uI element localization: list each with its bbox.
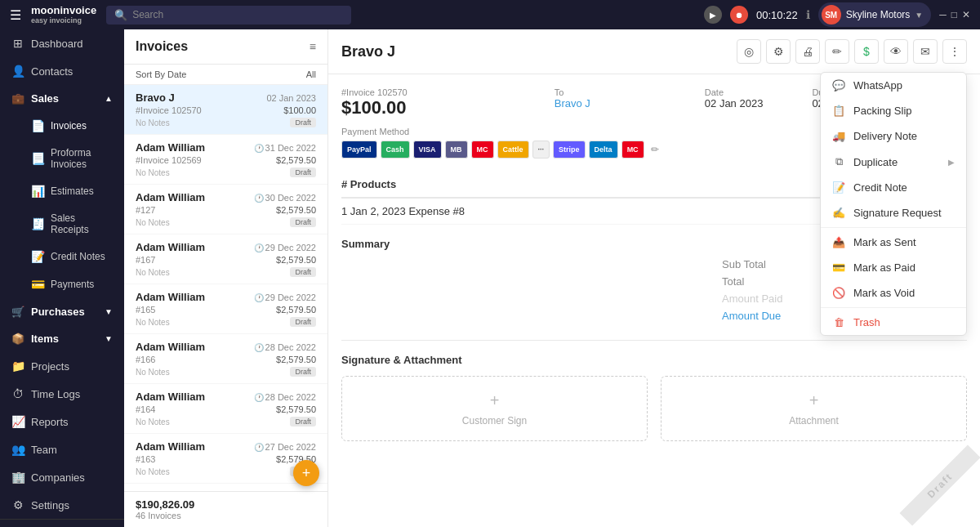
edit-button[interactable]: ✏ (825, 39, 849, 64)
sidebar-item-contacts[interactable]: 👤 Contacts (0, 57, 124, 85)
sidebar-label: Time Logs (31, 388, 80, 400)
mark-paid-icon: 💳 (832, 261, 845, 274)
purchases-icon: 🛒 (11, 306, 24, 318)
invoice-client-name: Adam William (136, 440, 205, 453)
dropdown-mark-paid[interactable]: 💳 Mark as Paid (821, 255, 966, 280)
sidebar-item-team[interactable]: 👥 Team (0, 435, 124, 463)
list-item[interactable]: Adam William 🕐28 Dec 2022 #166 $2,579.50… (124, 334, 327, 384)
invoice-client-name: Adam William (136, 191, 205, 203)
submenu-arrow-icon: ▶ (948, 158, 955, 167)
invoice-date: 🕐29 Dec 2022 (254, 243, 316, 252)
unknown1-badge: ··· (532, 141, 550, 159)
attachment-box[interactable]: + Attachment (661, 376, 967, 441)
search-bar[interactable]: 🔍 (106, 6, 351, 25)
list-item[interactable]: Adam William 🕐29 Dec 2022 #167 $2,579.50… (124, 234, 327, 284)
timelogs-icon: ⏱ (11, 387, 24, 400)
sidebar-item-proforma[interactable]: 📃 Proforma Invoices (23, 140, 124, 177)
sidebar-item-receipts[interactable]: 🧾 Sales Receipts (23, 205, 124, 243)
invoice-notes: No Notes (136, 368, 170, 377)
payments-icon: 💳 (31, 278, 44, 291)
team-icon: 👥 (11, 443, 24, 456)
info-icon[interactable]: ℹ (806, 8, 810, 21)
chevron-up-icon: ▲ (105, 94, 113, 103)
sidebar-item-projects[interactable]: 📁 Projects (0, 352, 124, 380)
sidebar-item-reports[interactable]: 📈 Reports (0, 408, 124, 435)
invoice-amount: $2,579.50 (276, 255, 316, 265)
sidebar-section-items[interactable]: 📦 Items ▼ (0, 325, 124, 352)
sidebar-item-dashboard[interactable]: ⊞ Dashboard (0, 29, 124, 57)
settings-button[interactable]: ⚙ (766, 39, 791, 64)
dropdown-packing-slip[interactable]: 📋 Packing Slip (821, 98, 966, 123)
signature-icon: ✍ (832, 207, 845, 219)
sidebar-item-credit-notes[interactable]: 📝 Credit Notes (23, 243, 124, 270)
minimize-button[interactable]: ─ (939, 9, 947, 20)
user-menu[interactable]: SM Skyline Motors ▼ (818, 2, 932, 27)
close-button[interactable]: ✕ (962, 9, 970, 20)
invoice-amount: $2,579.50 (276, 355, 316, 364)
dropdown-label: Mark as Void (853, 287, 915, 299)
sidebar-item-companies[interactable]: 🏢 Companies (0, 463, 124, 491)
search-input[interactable] (132, 9, 343, 20)
visa-badge: VISA (413, 141, 442, 159)
invoice-client-name: Adam William (136, 341, 205, 353)
stop-button[interactable]: ⏺ (730, 6, 748, 24)
dropdown-whatsapp[interactable]: 💬 WhatsApp (821, 73, 966, 98)
whatsapp-icon: 💬 (832, 79, 845, 92)
payment-button[interactable]: $ (854, 39, 879, 64)
sidebar-bottom: ↻ Sync (0, 519, 124, 527)
invoice-number: #Invoice 102570 (136, 105, 202, 115)
invoice-list-header: Invoices ≡ (124, 29, 327, 65)
eye-button[interactable]: 👁 (884, 39, 908, 64)
dropdown-credit-note[interactable]: 📝 Credit Note (821, 175, 966, 200)
dropdown-divider (821, 227, 966, 228)
sidebar-item-payments[interactable]: 💳 Payments (23, 270, 124, 298)
dropdown-trash[interactable]: 🗑 Trash (821, 310, 966, 335)
print-button[interactable]: 🖨 (795, 39, 820, 64)
filter-icon[interactable]: ≡ (310, 40, 316, 53)
more-button[interactable]: ⋮ (942, 39, 967, 64)
sidebar-section-purchases[interactable]: 🛒 Purchases ▼ (0, 298, 124, 325)
main-layout: ⊞ Dashboard 👤 Contacts 💼 Sales ▲ 📄 Invoi… (0, 29, 980, 527)
invoice-date: 🕐28 Dec 2022 (254, 392, 316, 402)
chevron-down-icon: ▼ (105, 307, 113, 316)
sidebar-item-settings[interactable]: ⚙ Settings (0, 491, 124, 519)
dropdown-mark-void[interactable]: 🚫 Mark as Void (821, 280, 966, 306)
list-item[interactable]: Adam William 🕐30 Dec 2022 #127 $2,579.50… (124, 185, 327, 234)
email-button[interactable]: ✉ (913, 39, 938, 64)
list-item[interactable]: Adam William 🕐28 Dec 2022 #164 $2,579.50… (124, 384, 327, 434)
list-item[interactable]: Adam William 🕐29 Dec 2022 #165 $2,579.50… (124, 284, 327, 334)
customer-sign-label: Customer Sign (462, 415, 527, 427)
dropdown-signature-request[interactable]: ✍ Signature Request (821, 200, 966, 226)
invoice-list-title: Invoices (136, 39, 188, 54)
sidebar-label: Estimates (51, 185, 94, 197)
invoice-items: Bravo J 02 Jan 2023 #Invoice 102570 $100… (124, 85, 327, 491)
dropdown-mark-sent[interactable]: 📤 Mark as Sent (821, 230, 966, 255)
status-badge: Draft (290, 317, 316, 327)
mark-void-icon: 🚫 (832, 287, 845, 299)
sidebar-section-sales[interactable]: 💼 Sales ▲ (0, 85, 124, 112)
sort-dropdown[interactable]: Sort By Date (136, 69, 186, 79)
dropdown-delivery-note[interactable]: 🚚 Delivery Note (821, 123, 966, 149)
add-invoice-button[interactable]: + (293, 460, 319, 486)
cattle-badge: Cattle (497, 141, 529, 159)
discount-button[interactable]: ◎ (737, 39, 761, 64)
dropdown-duplicate[interactable]: ⧉ Duplicate ▶ (821, 149, 966, 175)
sidebar-item-invoices[interactable]: 📄 Invoices (23, 112, 124, 140)
to-value[interactable]: Bravo J (555, 97, 590, 109)
sidebar-item-estimates[interactable]: 📊 Estimates (23, 177, 124, 205)
duplicate-icon: ⧉ (832, 155, 845, 168)
edit-payment-icon[interactable]: ✏ (651, 144, 659, 155)
sidebar-item-timelogs[interactable]: ⏱ Time Logs (0, 380, 124, 408)
products-title: # Products (341, 178, 396, 190)
list-item[interactable]: Bravo J 02 Jan 2023 #Invoice 102570 $100… (124, 85, 327, 135)
filter-all[interactable]: All (306, 69, 316, 79)
list-item[interactable]: Mike Anthony 06 Dec 2022 #162 $19.99 No … (124, 484, 327, 491)
list-item[interactable]: Adam William 🕐31 Dec 2022 #Invoice 10256… (124, 135, 327, 185)
sidebar-label: Credit Notes (51, 251, 105, 262)
maximize-button[interactable]: □ (951, 9, 957, 20)
customer-sign-box[interactable]: + Customer Sign (341, 376, 648, 441)
sidebar-item-sync[interactable]: ↻ Sync (0, 520, 124, 527)
hamburger-menu[interactable]: ☰ (10, 7, 21, 23)
play-button[interactable]: ▶ (704, 6, 722, 24)
dashboard-icon: ⊞ (11, 37, 24, 50)
